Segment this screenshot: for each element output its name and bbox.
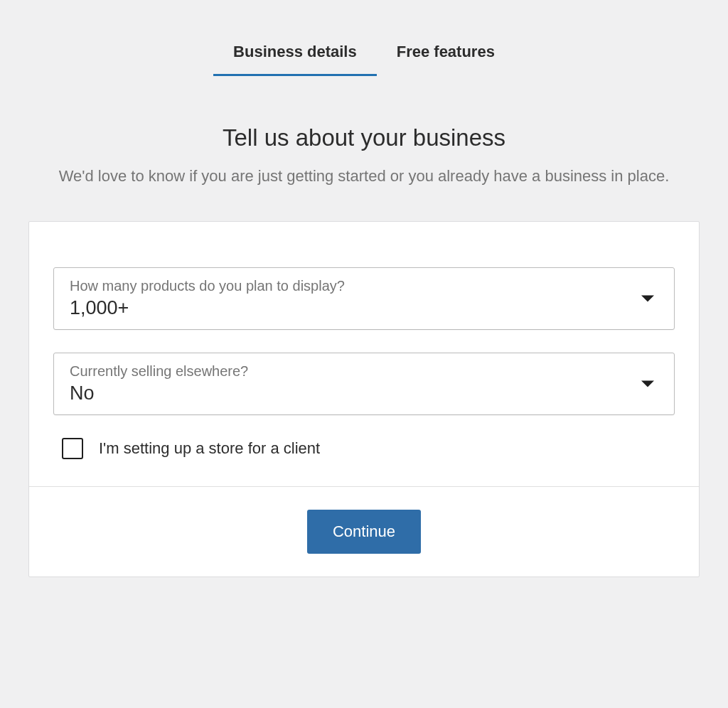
form-card: How many products do you plan to display… bbox=[28, 221, 700, 577]
tab-free-features[interactable]: Free features bbox=[377, 36, 515, 76]
product-count-value: 1,000+ bbox=[70, 297, 129, 318]
continue-button[interactable]: Continue bbox=[307, 510, 421, 554]
selling-elsewhere-select[interactable]: Currently selling elsewhere? No bbox=[53, 353, 675, 415]
form-body: How many products do you plan to display… bbox=[29, 222, 699, 486]
page-subtitle: We'd love to know if you are just gettin… bbox=[38, 164, 691, 188]
wizard-tabs: Business details Free features bbox=[213, 36, 515, 76]
client-checkbox-row: I'm setting up a store for a client bbox=[53, 438, 675, 459]
page-title: Tell us about your business bbox=[223, 124, 505, 151]
tab-business-details[interactable]: Business details bbox=[213, 36, 377, 76]
selling-elsewhere-label: Currently selling elsewhere? bbox=[70, 363, 638, 380]
chevron-down-icon bbox=[641, 296, 654, 302]
client-checkbox[interactable] bbox=[62, 438, 83, 459]
client-checkbox-label: I'm setting up a store for a client bbox=[99, 439, 320, 458]
form-footer: Continue bbox=[29, 486, 699, 576]
product-count-label: How many products do you plan to display… bbox=[70, 278, 638, 294]
product-count-select[interactable]: How many products do you plan to display… bbox=[53, 267, 675, 330]
chevron-down-icon bbox=[641, 381, 654, 387]
selling-elsewhere-value: No bbox=[70, 382, 95, 404]
onboarding-container: Business details Free features Tell us a… bbox=[0, 0, 728, 577]
